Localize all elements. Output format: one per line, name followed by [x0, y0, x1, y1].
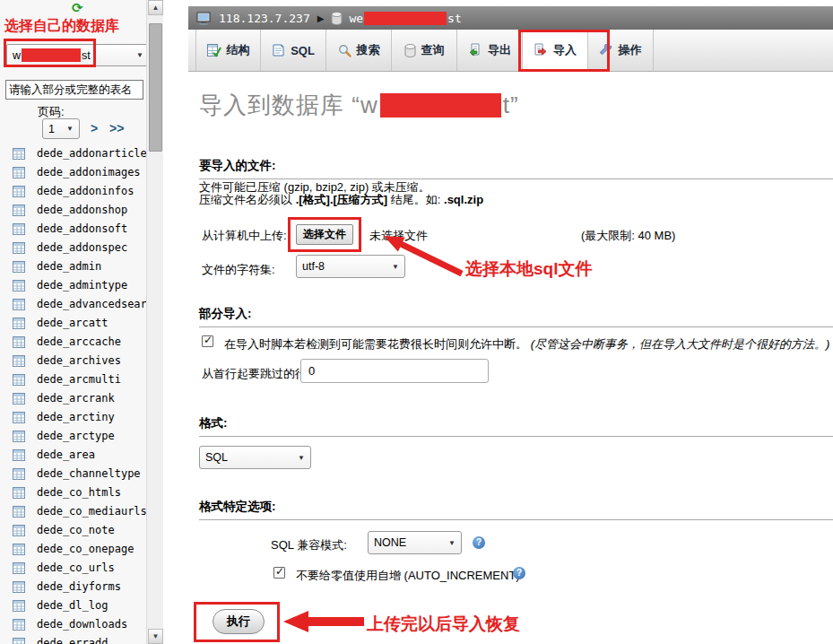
scrollbar-thumb[interactable]	[149, 23, 162, 152]
chevron-down-icon: ▼	[136, 51, 143, 59]
next-page-link[interactable]: >	[91, 121, 98, 135]
table-name: dede_co_note	[37, 524, 115, 536]
tab-sql[interactable]: SQL	[261, 30, 326, 71]
table-icon	[13, 580, 25, 592]
table-row[interactable]: dede_addonimages	[0, 162, 146, 181]
tab-query[interactable]: 查询	[392, 30, 457, 71]
line2-pre: 压缩文件名必须以	[199, 193, 296, 206]
table-row[interactable]: dede_addonsoft	[0, 219, 146, 238]
table-row[interactable]: dede_arctype	[0, 426, 146, 445]
table-name: dede_erradd	[37, 637, 108, 644]
sql-compat-label: SQL 兼容模式:	[271, 537, 347, 553]
table-row[interactable]: dede_channeltype	[0, 464, 146, 483]
table-row[interactable]: dede_erradd	[0, 633, 146, 644]
refresh-icon[interactable]: ⟳	[72, 1, 86, 15]
chevron-down-icon: ▼	[392, 263, 399, 271]
table-row[interactable]: dede_addonarticle	[0, 144, 146, 162]
table-row[interactable]: dede_co_urls	[0, 558, 146, 577]
table-row[interactable]: dede_co_mediaurls	[0, 501, 146, 520]
help-icon[interactable]: ?	[513, 567, 525, 579]
search-icon	[338, 44, 351, 57]
redaction-db-name	[364, 12, 447, 25]
table-row[interactable]: dede_co_htmls	[0, 483, 146, 501]
table-icon	[13, 467, 25, 479]
table-icon	[13, 354, 25, 366]
no-auto-increment-checkbox[interactable]	[273, 567, 285, 579]
annotation-frame-go	[194, 602, 280, 642]
tab-export[interactable]: 导出	[457, 30, 523, 71]
charset-value: utf-8	[302, 260, 325, 273]
table-row[interactable]: dede_admin	[0, 257, 146, 275]
table-name: dede_addonspec	[37, 241, 127, 254]
tab-search[interactable]: 搜索	[326, 30, 392, 71]
table-icon	[13, 430, 25, 441]
table-name: dede_arcatt	[37, 317, 108, 329]
table-icon	[13, 204, 25, 215]
sql-compat-select[interactable]: NONE ▼	[368, 531, 462, 554]
table-row[interactable]: dede_arctiny	[0, 407, 146, 426]
annotation-frame-import-tab	[518, 30, 610, 72]
table-row[interactable]: dede_arcatt	[0, 313, 146, 332]
table-name: dede_co_urls	[37, 561, 115, 574]
allow-interrupt-label: 在导入时脚本若检测到可能需要花费很长时间则允许中断。 (尽管这会中断事务，但在导…	[224, 336, 833, 352]
tab-structure[interactable]: 结构	[195, 30, 261, 71]
export-icon	[468, 43, 482, 57]
table-icon	[13, 279, 25, 291]
scroll-down-button[interactable]: ▼	[148, 629, 163, 644]
page-select[interactable]: 1 ▼	[42, 118, 80, 139]
skip-lines-input[interactable]	[300, 359, 489, 383]
table-name: dede_co_mediaurls	[37, 505, 147, 518]
tab-label: SQL	[291, 44, 315, 57]
table-row[interactable]: dede_admintype	[0, 275, 146, 294]
table-icon	[13, 298, 25, 309]
table-icon	[13, 373, 25, 385]
table-row[interactable]: dede_co_onepage	[0, 539, 146, 558]
table-row[interactable]: dede_advancedsearch	[0, 294, 146, 313]
table-icon	[13, 147, 25, 159]
table-name: dede_diyforms	[37, 580, 121, 593]
table-icon	[13, 222, 25, 234]
server-address[interactable]: 118.123.7.237	[219, 12, 310, 25]
arrow-to-go-button	[283, 611, 364, 632]
table-row[interactable]: dede_dl_log	[0, 596, 146, 614]
chevron-down-icon: ▼	[448, 539, 456, 547]
interrupt-note: (尽管这会中断事务，但在导入大文件时是个很好的方法。)	[531, 337, 830, 351]
charset-select[interactable]: utf-8 ▼	[296, 255, 405, 278]
sidebar-scrollbar[interactable]: ▲ ▼	[146, 0, 163, 644]
table-row[interactable]: dede_diyforms	[0, 577, 146, 596]
allow-interrupt-checkbox[interactable]	[202, 335, 213, 347]
format-select[interactable]: SQL ▼	[199, 446, 311, 469]
table-filter-input[interactable]	[5, 80, 143, 100]
tab-label: 结构	[227, 42, 250, 58]
title-prefix: 导入到数据库 “w	[199, 90, 378, 121]
breadcrumb-database[interactable]: we st	[349, 12, 461, 25]
scroll-up-button[interactable]: ▲	[148, 0, 163, 15]
table-row[interactable]: dede_arccache	[0, 332, 146, 351]
table-icon	[13, 505, 25, 517]
tab-bar: 结构 SQL 搜索 查询 导出 导入 操作	[188, 30, 833, 72]
table-row[interactable]: dede_arcmulti	[0, 370, 146, 388]
sql-icon	[272, 43, 285, 57]
table-list: dede_addonarticle dede_addonimages dede_…	[0, 144, 146, 644]
page-select-value: 1	[48, 123, 55, 135]
line2-mid: 结尾。如:	[387, 193, 444, 206]
table-icon	[13, 599, 25, 611]
last-page-link[interactable]: >>	[109, 121, 124, 135]
no-file-chosen-text: 未选择文件	[369, 228, 428, 244]
help-icon[interactable]: ?	[473, 536, 485, 549]
table-row[interactable]: dede_downloads	[0, 614, 146, 633]
table-icon	[13, 524, 25, 535]
table-name: dede_admin	[37, 260, 101, 273]
table-row[interactable]: dede_area	[0, 445, 146, 464]
table-row[interactable]: dede_co_note	[0, 520, 146, 539]
table-icon	[13, 166, 25, 178]
chevron-down-icon: ▼	[66, 125, 74, 133]
table-row[interactable]: dede_addonshop	[0, 200, 146, 219]
table-icon	[13, 317, 25, 328]
table-row[interactable]: dede_addonspec	[0, 238, 146, 257]
table-row[interactable]: dede_arcrank	[0, 388, 146, 407]
table-row[interactable]: dede_addoninfos	[0, 181, 146, 200]
table-row[interactable]: dede_archives	[0, 351, 146, 370]
table-name: dede_addonimages	[37, 166, 141, 178]
section-file-to-import: 要导入的文件:	[199, 158, 833, 179]
